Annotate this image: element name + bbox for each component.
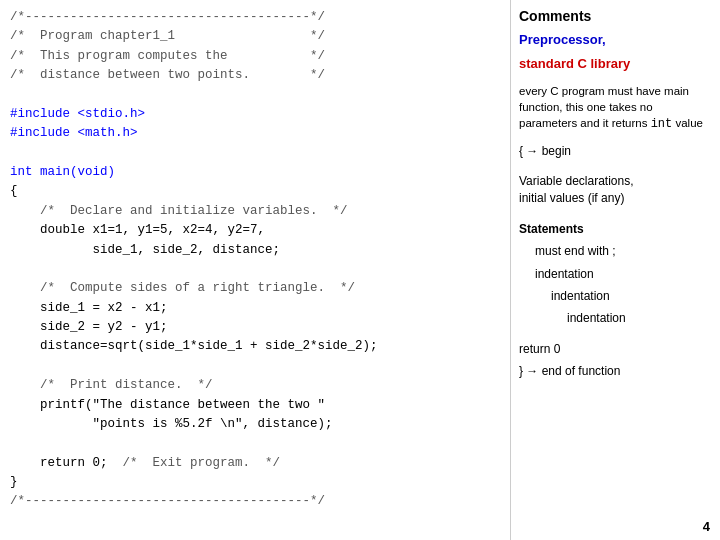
stmt-distance: distance=sqrt(side_1*side_1 + side_2*sid… [40, 339, 378, 353]
ann-end-func-label: } → end of function [519, 364, 620, 378]
ann-stdlib-note: every C program must have main function,… [519, 83, 712, 133]
ann-statements: Statements [519, 221, 712, 238]
page-number: 4 [703, 519, 710, 534]
ann-preprocessor-label: Preprocessor, [519, 32, 606, 47]
preprocessor-math: #include <math.h> [10, 126, 138, 140]
ann-end-func: } → end of function [519, 363, 712, 380]
main-signature: int main(void) [10, 165, 115, 179]
open-brace: { [10, 184, 18, 198]
ann-statements-label: Statements [519, 222, 584, 236]
ann-var-decl-note: initial values (if any) [519, 191, 624, 205]
ann-stdlib-label: standard C library [519, 56, 630, 71]
ann-preprocessor: Preprocessor, [519, 31, 712, 50]
stmt-return: return 0; /* Exit program. */ [40, 456, 280, 470]
ann-int-code: int [651, 117, 673, 131]
ann-indent3-label: indentation [567, 311, 626, 325]
ann-return0: return 0 [519, 341, 712, 358]
ann-indent1-label: indentation [535, 267, 594, 281]
ann-stdlib-note-text: every C program must have main function,… [519, 85, 703, 129]
ann-comments-title: Comments [519, 6, 712, 27]
var-decl: double x1=1, y1=5, x2=4, y2=7, side_1, s… [10, 223, 280, 256]
ann-return0-label: return 0 [519, 342, 560, 356]
comment-footer: /*--------------------------------------… [10, 494, 325, 508]
ann-begin: { → begin [519, 143, 712, 160]
ann-stdlib: standard C library [519, 55, 712, 74]
comment-print: /* Print distance. */ [40, 378, 213, 392]
ann-indent2-label: indentation [551, 289, 610, 303]
stmt-side2: side_2 = y2 - y1; [40, 320, 168, 334]
preprocessor-stdio: #include <stdio.h> [10, 107, 145, 121]
ann-indent1: indentation [519, 266, 712, 283]
stmt-side1: side_1 = x2 - x1; [40, 301, 168, 315]
comment-compute: /* Compute sides of a right triangle. */ [40, 281, 355, 295]
ann-begin-label: { → begin [519, 144, 571, 158]
comment-header: /*--------------------------------------… [10, 10, 325, 82]
ann-indent3: indentation [519, 310, 712, 327]
ann-var-decl: Variable declarations, initial values (i… [519, 173, 712, 208]
ann-must-end: must end with ; [519, 243, 712, 260]
close-brace: } [10, 475, 18, 489]
comment-declare: /* Declare and initialize variables. */ [40, 204, 348, 218]
code-panel: /*--------------------------------------… [0, 0, 510, 540]
stmt-printf: printf("The distance between the two " "… [10, 398, 333, 431]
ann-must-end-label: must end with ; [535, 244, 616, 258]
ann-indent2: indentation [519, 288, 712, 305]
ann-var-decl-label: Variable declarations, [519, 174, 634, 188]
annotation-panel: Comments Preprocessor, standard C librar… [510, 0, 720, 540]
